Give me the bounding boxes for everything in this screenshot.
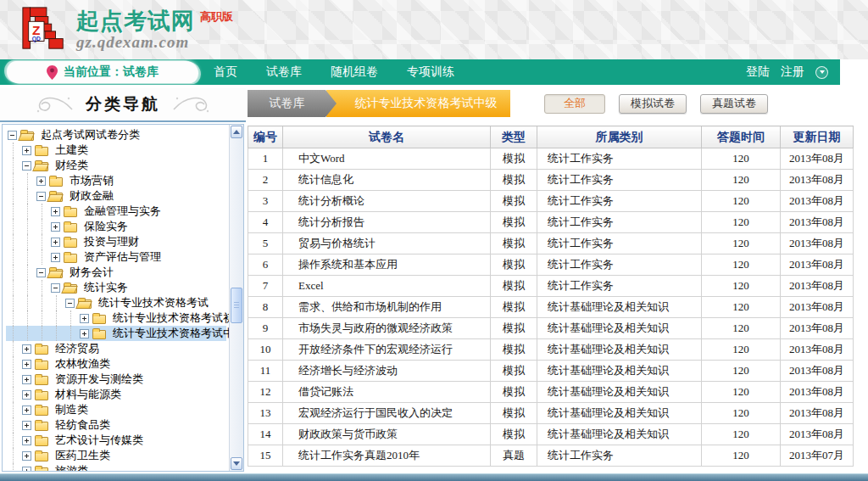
expand-toggle-icon[interactable] [22, 421, 31, 430]
collapse-toggle-icon[interactable] [36, 268, 46, 277]
nav-item-1[interactable]: 首页 [214, 64, 237, 80]
exam-name[interactable]: 统计信息化 [283, 170, 491, 191]
tree-item-label[interactable]: 艺术设计与传媒类 [52, 433, 147, 448]
filter-button-3[interactable]: 真题试卷 [700, 94, 768, 114]
tree-item[interactable]: 轻纺食品类 [6, 417, 226, 433]
collapse-toggle-icon[interactable] [22, 161, 31, 171]
tree-item-label[interactable]: 财经类 [52, 158, 92, 173]
tree-item[interactable]: 医药卫生类 [6, 448, 226, 463]
tree-item-label[interactable]: 统计专业技术资格考试 [95, 295, 212, 310]
tree-item[interactable]: 统计实务 [6, 280, 226, 295]
scroll-down-button[interactable] [231, 457, 242, 470]
expand-toggle-icon[interactable] [22, 146, 31, 155]
login-link[interactable]: 登陆 [746, 64, 770, 80]
tree-item[interactable]: 起点考试网试卷分类 [6, 127, 226, 143]
exam-name[interactable]: 宏观经济运行于国民收入的决定 [283, 403, 491, 424]
exam-name[interactable]: 经济增长与经济波动 [283, 361, 491, 382]
tree-item[interactable]: 金融管理与实务 [6, 204, 226, 219]
breadcrumb-root-tab[interactable]: 试卷库 [248, 90, 337, 117]
tree-item[interactable]: 土建类 [6, 143, 226, 158]
expand-toggle-icon[interactable] [22, 436, 31, 445]
expand-toggle-icon[interactable] [22, 375, 31, 384]
register-link[interactable]: 注册 [781, 64, 804, 80]
expand-toggle-icon[interactable] [22, 467, 31, 473]
site-logo[interactable]: Z QD 起点考试网 高职版 gz.qdexam.com [20, 4, 233, 53]
exam-name[interactable]: 市场失灵与政府的微观经济政策 [283, 318, 491, 339]
exam-name[interactable]: 需求、供给和市场机制的作用 [283, 297, 491, 318]
tree-item-label[interactable]: 土建类 [52, 143, 92, 158]
tree-item-label[interactable]: 制造类 [52, 402, 92, 417]
collapse-toggle-icon[interactable] [8, 131, 17, 140]
exam-name[interactable]: 中文Word [283, 148, 491, 170]
expand-toggle-icon[interactable] [36, 176, 46, 186]
tree-item-label[interactable]: 轻纺食品类 [52, 417, 114, 433]
exam-name[interactable]: 统计工作实务真题2010年 [283, 445, 491, 467]
nav-item-2[interactable]: 试卷库 [266, 64, 302, 80]
tree-item[interactable]: 农林牧渔类 [6, 356, 226, 372]
tree-item-label[interactable]: 经济贸易 [52, 341, 103, 356]
exam-name[interactable]: 开放经济条件下的宏观经济运行 [283, 339, 491, 361]
tree-item-label[interactable]: 农林牧渔类 [52, 356, 114, 372]
expand-toggle-icon[interactable] [22, 405, 31, 415]
expand-toggle-icon[interactable] [22, 451, 31, 461]
filter-button-1[interactable]: 全部 [544, 94, 605, 114]
exam-name[interactable]: 统计分析报告 [283, 212, 491, 233]
tree-item[interactable]: 资源开发与测绘类 [6, 372, 226, 387]
expand-toggle-icon[interactable] [51, 207, 60, 216]
tree-item[interactable]: 投资与理财 [6, 234, 226, 249]
tree-item[interactable]: 材料与能源类 [6, 387, 226, 402]
tree-scrollbar[interactable] [229, 125, 243, 471]
dropdown-arrow-icon[interactable] [815, 66, 828, 79]
tree-item[interactable]: 经济贸易 [6, 341, 226, 356]
nav-item-4[interactable]: 专项训练 [407, 64, 454, 80]
tree-item-label[interactable]: 财政金融 [66, 188, 117, 204]
tree-item-label[interactable]: 财务会计 [66, 265, 117, 280]
tree-item-label[interactable]: 医药卫生类 [52, 448, 114, 463]
tree-item[interactable]: 财政金融 [6, 188, 226, 204]
expand-toggle-icon[interactable] [51, 238, 60, 247]
tree-item-label[interactable]: 保险实务 [81, 219, 131, 234]
exam-name[interactable]: 财政政策与货币政策 [283, 424, 491, 445]
expand-toggle-icon[interactable] [22, 390, 31, 400]
scroll-up-button[interactable] [231, 126, 242, 138]
tree-item[interactable]: 制造类 [6, 402, 226, 417]
tree-item-label[interactable]: 统计实务 [81, 280, 131, 295]
tree-item[interactable]: 旅游类 [6, 463, 226, 472]
tree-item-label[interactable]: 统计专业技术资格考试初级 [109, 310, 244, 326]
expand-toggle-icon[interactable] [80, 329, 89, 338]
tree-item-label[interactable]: 投资与理财 [81, 234, 142, 249]
nav-item-3[interactable]: 随机组卷 [331, 64, 378, 80]
tree-item-label[interactable]: 旅游类 [52, 463, 92, 472]
expand-toggle-icon[interactable] [51, 253, 60, 262]
exam-name[interactable]: 贸易与价格统计 [283, 233, 491, 254]
expand-toggle-icon[interactable] [80, 314, 89, 323]
collapse-toggle-icon[interactable] [36, 192, 46, 201]
exam-name[interactable]: 操作系统和基本应用 [283, 254, 491, 276]
tree-item-label[interactable]: 金融管理与实务 [81, 204, 164, 219]
exam-name[interactable]: 统计分析概论 [283, 191, 491, 212]
collapse-toggle-icon[interactable] [51, 283, 60, 293]
tree-item[interactable]: 财务会计 [6, 265, 226, 280]
expand-toggle-icon[interactable] [22, 344, 31, 354]
tree-item[interactable]: 市场营销 [6, 173, 226, 188]
tree-item-label[interactable]: 市场营销 [66, 173, 117, 188]
tree-item[interactable]: 统计专业技术资格考试 [6, 295, 226, 310]
tree-item[interactable]: 统计专业技术资格考试中级 [6, 326, 226, 341]
expand-toggle-icon[interactable] [22, 360, 31, 369]
exam-name[interactable]: 借贷记账法 [283, 382, 491, 403]
tree-item-label[interactable]: 统计专业技术资格考试中级 [109, 326, 244, 341]
tree-item[interactable]: 保险实务 [6, 219, 226, 234]
expand-toggle-icon[interactable] [51, 222, 60, 232]
tree-item[interactable]: 资产评估与管理 [6, 249, 226, 265]
tree-item[interactable]: 财经类 [6, 158, 226, 173]
exam-name[interactable]: Excel [283, 276, 491, 297]
tree-item[interactable]: 统计专业技术资格考试初级 [6, 310, 226, 326]
scrollbar-thumb[interactable] [231, 288, 242, 323]
filter-button-2[interactable]: 模拟试卷 [619, 94, 687, 114]
tree-item-label[interactable]: 资源开发与测绘类 [52, 372, 147, 387]
tree-item-label[interactable]: 资产评估与管理 [81, 249, 164, 265]
tree-item-label[interactable]: 材料与能源类 [52, 387, 125, 402]
tree-item-label[interactable]: 起点考试网试卷分类 [37, 127, 143, 143]
collapse-toggle-icon[interactable] [65, 299, 75, 308]
tree-item[interactable]: 艺术设计与传媒类 [6, 433, 226, 448]
